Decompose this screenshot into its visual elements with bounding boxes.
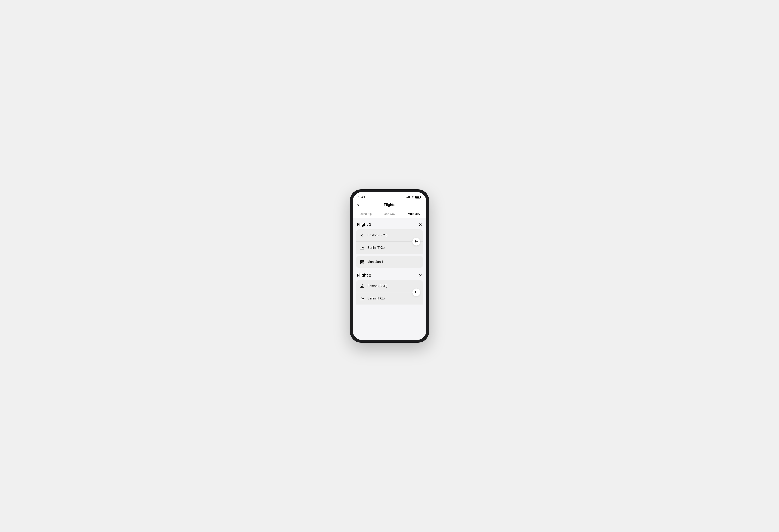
tab-round-trip[interactable]: Round-trip [353,210,377,218]
flight-1-date-text: Mon, Jan 1 [367,260,383,264]
content-area: Flight 1 ✕ Boston (BOS) [353,218,426,340]
flight-1-destination-text: Berlin (TXL) [367,246,384,250]
plane-landing-icon-2 [359,295,365,301]
flight-2-close-button[interactable]: ✕ [419,273,422,277]
flight-1-swap-button[interactable] [412,238,420,246]
flight-1-airport-card: Boston (BOS) Berlin (TXL) [356,229,423,254]
svg-rect-2 [362,262,363,263]
status-time: 9:41 [358,195,365,199]
flight-1-date-card[interactable]: Mon, Jan 1 [356,256,423,268]
flight-1-section: Flight 1 ✕ Boston (BOS) [356,222,423,268]
phone-frame: 9:41 [350,189,429,343]
svg-rect-0 [360,261,364,264]
flight-2-section: Flight 2 ✕ Boston (BOS) [356,273,423,305]
flight-2-swap-button[interactable] [412,288,420,296]
tab-one-way[interactable]: One-way [377,210,402,218]
back-button[interactable]: < [357,202,359,208]
status-icons [406,195,421,199]
flight-1-title: Flight 1 [357,222,371,227]
tab-multi-city[interactable]: Multi-city [402,210,426,218]
wifi-icon [411,195,414,199]
flight-2-title: Flight 2 [357,273,371,277]
flight-2-airport-card: Boston (BOS) Berlin (TXL) [356,280,423,305]
tabs-bar: Round-trip One-way Multi-city [353,210,426,218]
battery-icon [415,196,421,198]
phone-screen: 9:41 [353,192,426,340]
signal-icon [406,196,410,198]
flight-2-header: Flight 2 ✕ [356,273,423,277]
flight-2-destination-text: Berlin (TXL) [367,296,384,300]
plane-takeoff-icon-2 [359,283,365,289]
flight-1-close-button[interactable]: ✕ [419,222,422,227]
page-header: < Flights [353,201,426,210]
flight-1-origin-text: Boston (BOS) [367,234,387,237]
flight-2-origin-text: Boston (BOS) [367,284,387,288]
flight-1-header: Flight 1 ✕ [356,222,423,227]
plane-takeoff-icon [359,232,365,238]
page-title: Flights [384,203,396,207]
svg-rect-1 [361,262,362,263]
plane-landing-icon [359,245,365,251]
calendar-icon [359,259,365,265]
status-bar: 9:41 [353,192,426,201]
